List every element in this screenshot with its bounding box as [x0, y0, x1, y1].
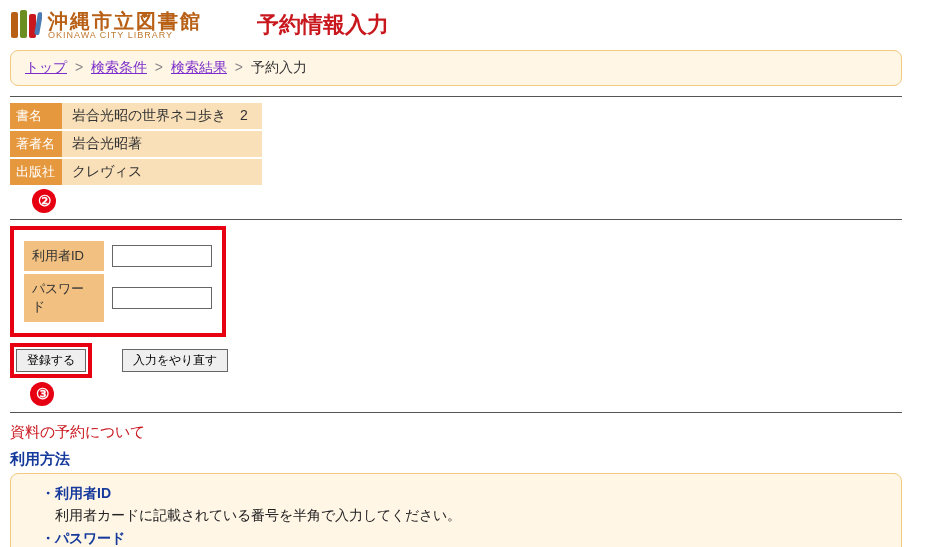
- help-term-id: 利用者ID: [41, 482, 891, 504]
- breadcrumb-link-search[interactable]: 検索条件: [91, 59, 147, 75]
- section-howto: 利用方法: [10, 450, 902, 469]
- page-header: 沖縄市立図書館 OKINAWA CITY LIBRARY 予約情報入力: [10, 8, 902, 42]
- login-form: 利用者ID パスワード: [10, 226, 226, 337]
- book-title-value: 岩合光昭の世界ネコ歩き 2: [62, 103, 262, 129]
- password-input[interactable]: [112, 287, 212, 309]
- site-logo-text: 沖縄市立図書館 OKINAWA CITY LIBRARY: [48, 11, 202, 40]
- login-row-pw: パスワード: [24, 274, 212, 322]
- chevron-right-icon: >: [151, 59, 167, 75]
- divider: [10, 219, 902, 220]
- password-label: パスワード: [24, 274, 104, 322]
- page-content: 沖縄市立図書館 OKINAWA CITY LIBRARY 予約情報入力 トップ …: [0, 0, 912, 547]
- book-author-value: 岩合光昭著: [62, 131, 262, 157]
- table-row: 書名 岩合光昭の世界ネコ歩き 2: [10, 103, 902, 129]
- table-row: 著者名 岩合光昭著: [10, 131, 902, 157]
- help-term-pw: パスワード: [41, 527, 891, 547]
- user-id-label: 利用者ID: [24, 241, 104, 271]
- breadcrumb-current: 予約入力: [251, 59, 307, 75]
- annotation-badge-3: ③: [30, 382, 54, 406]
- book-publisher-label: 出版社: [10, 159, 62, 185]
- chevron-right-icon: >: [231, 59, 247, 75]
- book-publisher-value: クレヴィス: [62, 159, 262, 185]
- chevron-right-icon: >: [71, 59, 87, 75]
- annotation-badge-2-wrap: ②: [32, 189, 902, 213]
- breadcrumb: トップ > 検索条件 > 検索結果 > 予約入力: [10, 50, 902, 86]
- register-button[interactable]: 登録する: [16, 349, 86, 372]
- svg-rect-0: [11, 12, 18, 38]
- site-logo[interactable]: 沖縄市立図書館 OKINAWA CITY LIBRARY: [10, 8, 202, 42]
- book-title-label: 書名: [10, 103, 62, 129]
- reset-button[interactable]: 入力をやり直す: [122, 349, 228, 372]
- site-name: 沖縄市立図書館: [48, 11, 202, 31]
- user-id-input[interactable]: [112, 245, 212, 267]
- book-author-label: 著者名: [10, 131, 62, 157]
- site-subname: OKINAWA CITY LIBRARY: [48, 31, 202, 40]
- divider: [10, 412, 902, 413]
- help-box: 利用者ID 利用者カードに記載されている番号を半角で入力してください。 パスワー…: [10, 473, 902, 547]
- page-title: 予約情報入力: [257, 10, 389, 40]
- form-buttons: 登録する 入力をやり直す: [10, 343, 902, 378]
- table-row: 出版社 クレヴィス: [10, 159, 902, 185]
- breadcrumb-link-results[interactable]: 検索結果: [171, 59, 227, 75]
- login-row-id: 利用者ID: [24, 241, 212, 271]
- breadcrumb-link-top[interactable]: トップ: [25, 59, 67, 75]
- svg-rect-2: [29, 14, 36, 38]
- annotation-badge-3-wrap: ③: [30, 382, 902, 406]
- annotation-badge-2: ②: [32, 189, 56, 213]
- books-logo-icon: [10, 8, 42, 42]
- section-about-reserve: 資料の予約について: [10, 423, 902, 442]
- divider: [10, 96, 902, 97]
- help-text-id: 利用者カードに記載されている番号を半角で入力してください。: [41, 504, 891, 526]
- svg-rect-1: [20, 10, 27, 38]
- register-button-frame: 登録する: [10, 343, 92, 378]
- book-info-table: 書名 岩合光昭の世界ネコ歩き 2 著者名 岩合光昭著 出版社 クレヴィス: [10, 103, 902, 185]
